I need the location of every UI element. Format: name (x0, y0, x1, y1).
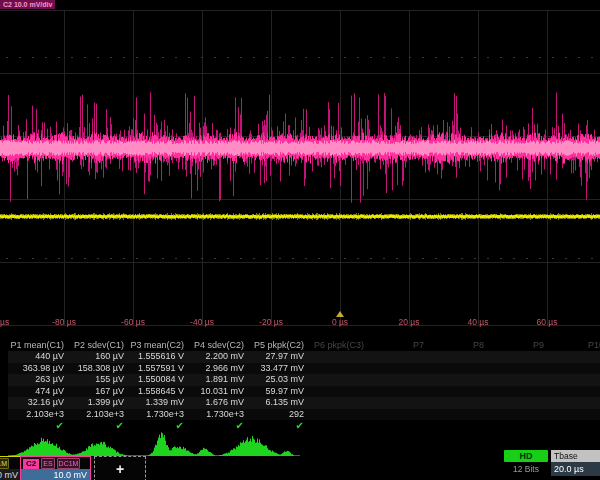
measurement-header-p7[interactable]: P7 (368, 339, 428, 351)
waveform-display (0, 0, 600, 336)
measurement-value: 27.97 mV (248, 351, 308, 363)
time-axis-label: 60 µs (523, 317, 571, 327)
measurement-status-check (548, 420, 600, 431)
measurement-value (368, 351, 428, 363)
measurement-value: 2.200 mV (188, 351, 248, 363)
measurement-value: 363.98 µV (8, 363, 68, 375)
measurement-value: 158.308 µV (68, 363, 128, 375)
measurement-value (548, 386, 600, 398)
channel-c2-descriptor[interactable]: C2 ES DC1M 10.0 mV (20, 456, 91, 480)
measurement-value (488, 363, 548, 375)
measurement-table: P1 mean(C1)P2 sdev(C1)P3 mean(C2)P4 sdev… (0, 339, 600, 432)
measurement-status-check: ✔ (248, 420, 308, 431)
c2-label: C2 (23, 459, 39, 469)
measurement-value (368, 374, 428, 386)
measurement-value (488, 374, 548, 386)
c2-volts-per-div: 10.0 mV (21, 469, 90, 480)
measurement-header-p9[interactable]: P9 (488, 339, 548, 351)
hd-bits-label: 12 Bits (504, 464, 548, 474)
oscilloscope-screen: C2 10.0 mV/div -100 µs-80 µs-60 µs-40 µs… (0, 0, 600, 480)
timebase-value: 20.0 µs (551, 462, 600, 476)
measurement-value: 263 µV (8, 374, 68, 386)
measurement-value: 2.103e+3 (8, 409, 68, 421)
measurement-value: 1.558645 V (128, 386, 188, 398)
channel-c1-descriptor[interactable]: C1 DC1M 5.00 mV (0, 456, 22, 480)
measurement-row: 363.98 µV158.308 µV1.557591 V2.966 mV33.… (8, 363, 600, 375)
measurement-value (428, 397, 488, 409)
measurement-value (308, 363, 368, 375)
measurement-row: 2.103e+32.103e+31.730e+31.730e+3292 (8, 409, 600, 421)
measurement-value: 440 µV (8, 351, 68, 363)
measurement-value: 33.477 mV (248, 363, 308, 375)
measurement-status-check (428, 420, 488, 431)
measurement-status-check: ✔ (8, 420, 68, 431)
measurement-status-check (368, 420, 428, 431)
measurement-header-p10[interactable]: P10 (548, 339, 600, 351)
measurement-value (308, 386, 368, 398)
measurement-value (428, 409, 488, 421)
time-axis-label: -40 µs (178, 317, 226, 327)
measurement-value (488, 351, 548, 363)
measurement-value (488, 386, 548, 398)
measurement-status-check: ✔ (68, 420, 128, 431)
measurement-value (368, 363, 428, 375)
measurement-value: 1.891 mV (188, 374, 248, 386)
measurement-status-check (308, 420, 368, 431)
measurement-row: 32.16 µV1.399 µV1.339 mV1.676 mV6.135 mV (8, 397, 600, 409)
measurement-value (488, 397, 548, 409)
measurement-header-p2[interactable]: P2 sdev(C1) (68, 339, 128, 351)
time-axis-label: 40 µs (454, 317, 502, 327)
measurement-header-p3[interactable]: P3 mean(C2) (128, 339, 188, 351)
measurement-value: 25.03 mV (248, 374, 308, 386)
measurement-header-p8[interactable]: P8 (428, 339, 488, 351)
timebase-descriptor[interactable]: Tbase 20.0 µs (551, 450, 600, 480)
time-axis: -100 µs-80 µs-60 µs-40 µs-20 µs0 µs20 µs… (0, 317, 600, 330)
measurement-header-p4[interactable]: P4 sdev(C2) (188, 339, 248, 351)
measurement-value (368, 397, 428, 409)
trigger-position-marker[interactable] (336, 311, 344, 317)
time-axis-label: -60 µs (109, 317, 157, 327)
measurement-value (428, 363, 488, 375)
measurement-value: 1.399 µV (68, 397, 128, 409)
trace-descriptor-overlay: C2 10.0 mV/div (0, 0, 55, 9)
measurement-value (368, 386, 428, 398)
measurement-value: 1.730e+3 (128, 409, 188, 421)
measurement-value: 292 (248, 409, 308, 421)
measurement-value: 1.550084 V (128, 374, 188, 386)
measurement-value (548, 409, 600, 421)
measurement-status-check (488, 420, 548, 431)
measurement-value (308, 397, 368, 409)
timebase-label: Tbase (551, 450, 600, 462)
measurement-status-check: ✔ (188, 420, 248, 431)
c1-volts-per-div: 5.00 mV (0, 469, 21, 480)
measurement-value: 1.676 mV (188, 397, 248, 409)
measurement-value: 167 µV (68, 386, 128, 398)
measurement-row: P1 mean(C1)P2 sdev(C1)P3 mean(C2)P4 sdev… (8, 339, 600, 351)
measurement-value: 32.16 µV (8, 397, 68, 409)
measurement-header-p5[interactable]: P5 pkpk(C2) (248, 339, 308, 351)
c2-eres-badge: ES (41, 458, 54, 469)
c2-coupling-badge: DC1M (57, 458, 81, 469)
measurement-header-p1[interactable]: P1 mean(C1) (8, 339, 68, 351)
add-trace-button[interactable]: + (94, 456, 146, 480)
measurement-value: 1.557591 V (128, 363, 188, 375)
measurement-value (428, 386, 488, 398)
measurement-value: 160 µV (68, 351, 128, 363)
measurement-value (548, 351, 600, 363)
time-axis-label: -20 µs (247, 317, 295, 327)
hd-mode-badge[interactable]: HD (504, 450, 548, 462)
measurement-value (368, 409, 428, 421)
measurement-value (428, 374, 488, 386)
time-axis-label: 0 µs (316, 317, 364, 327)
time-axis-label: -100 µs (0, 317, 19, 327)
measurement-header-p6[interactable]: P6 pkpk(C3) (308, 339, 368, 351)
measurement-value: 6.135 mV (248, 397, 308, 409)
time-axis-label: 20 µs (385, 317, 433, 327)
measurement-value: 1.730e+3 (188, 409, 248, 421)
measurement-value (548, 374, 600, 386)
measurement-value (428, 351, 488, 363)
measurement-row: 474 µV167 µV1.558645 V10.031 mV59.97 mV (8, 386, 600, 398)
measurement-row: ✔✔✔✔✔ (8, 420, 600, 431)
measurement-value: 155 µV (68, 374, 128, 386)
measurement-value (308, 409, 368, 421)
